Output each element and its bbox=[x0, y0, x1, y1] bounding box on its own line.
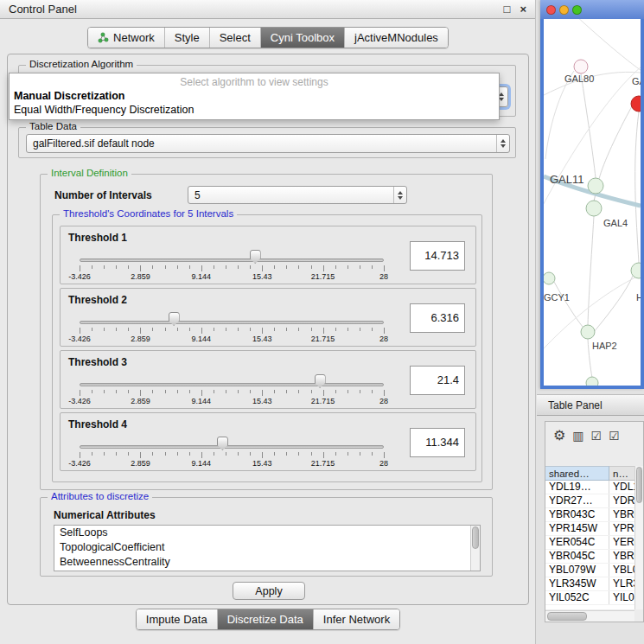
minimize-traffic-light[interactable] bbox=[559, 5, 569, 15]
tick-mark bbox=[214, 390, 214, 393]
close-traffic-light[interactable] bbox=[546, 5, 556, 15]
tick-mark bbox=[201, 328, 202, 334]
combobox-stepper-icon[interactable] bbox=[393, 187, 406, 203]
select-all-check-icon[interactable]: ☑ bbox=[591, 430, 603, 442]
tick-mark bbox=[250, 390, 251, 393]
network-node[interactable] bbox=[544, 272, 555, 284]
tab-cyni-toolbox[interactable]: Cyni Toolbox bbox=[261, 28, 345, 48]
network-node[interactable] bbox=[586, 201, 602, 216]
tick-mark bbox=[177, 390, 178, 393]
threshold-value-field[interactable]: 11.344 bbox=[410, 428, 465, 457]
table-vscroll-thumb[interactable] bbox=[636, 467, 642, 503]
column-header-name[interactable]: n… bbox=[609, 466, 634, 481]
table-browser-window: ⚙▥☑☑ shared… n… YDL19…YDL1YDR27…YDR2YBR0… bbox=[545, 421, 644, 622]
table-hscroll-thumb[interactable] bbox=[547, 612, 587, 621]
tab-impute-data[interactable]: Impute Data bbox=[137, 609, 218, 629]
list-item[interactable]: BetweennessCentrality bbox=[54, 555, 480, 570]
cell-name: YIL0 bbox=[609, 591, 634, 604]
cell-name: YPR1 bbox=[609, 522, 634, 535]
list-item[interactable]: TopologicalCoefficient bbox=[54, 540, 480, 555]
tick-mark bbox=[298, 452, 299, 456]
network-node[interactable] bbox=[574, 60, 588, 73]
tick-mark bbox=[286, 328, 287, 331]
column-header-shared-name[interactable]: shared… bbox=[545, 466, 609, 481]
cell-shared-name: YIL052C bbox=[545, 591, 609, 604]
slider-track[interactable] bbox=[80, 383, 384, 386]
table-panel-title: Table Panel bbox=[548, 399, 603, 411]
table-data-combobox[interactable]: galFiltered.sif default node bbox=[26, 134, 510, 153]
zoom-traffic-light[interactable] bbox=[572, 5, 582, 15]
tab-label: Network bbox=[113, 31, 155, 44]
tab-discretize-data[interactable]: Discretize Data bbox=[218, 609, 314, 629]
threshold-value-field[interactable]: 6.316 bbox=[410, 303, 465, 333]
tick-mark bbox=[262, 452, 263, 458]
settings-gear-icon[interactable]: ⚙ bbox=[553, 429, 565, 443]
tick-mark bbox=[348, 328, 348, 331]
close-window-icon[interactable]: × bbox=[520, 3, 526, 15]
dropdown-option-manual-discretization[interactable]: Manual Discretization bbox=[10, 89, 499, 103]
tick-mark bbox=[92, 328, 92, 331]
interval-definition-group: Interval Definition Number of Intervals … bbox=[40, 174, 493, 490]
table-row[interactable]: YIL052CYIL0 bbox=[545, 591, 634, 605]
table-panel-header[interactable]: Table Panel bbox=[537, 394, 644, 416]
tick-mark bbox=[177, 265, 178, 269]
tick-mark bbox=[298, 328, 299, 331]
list-scrollbar[interactable] bbox=[470, 526, 480, 571]
tick-mark bbox=[116, 390, 117, 393]
network-window-titlebar[interactable] bbox=[540, 0, 644, 19]
table-row[interactable]: YPR145WYPR1 bbox=[545, 522, 634, 536]
table-row[interactable]: YDL19…YDL1 bbox=[545, 481, 634, 494]
tick-mark bbox=[286, 265, 287, 269]
table-row[interactable]: YBR043CYBR0 bbox=[545, 508, 634, 522]
tick-mark bbox=[177, 452, 178, 456]
table-row[interactable]: YBL079WYBL0 bbox=[545, 564, 634, 577]
table-row[interactable]: YER054CYER0 bbox=[545, 536, 634, 550]
network-graph[interactable]: GAL80GAGAL11GAL4GCY1HHAP2 bbox=[544, 19, 641, 386]
network-canvas[interactable]: GAL80GAGAL11GAL4GCY1HHAP2 bbox=[544, 19, 641, 386]
table-vertical-scrollbar[interactable] bbox=[634, 466, 643, 609]
network-node[interactable] bbox=[581, 325, 595, 339]
threshold-value-field[interactable]: 14.713 bbox=[410, 241, 465, 271]
tick-mark bbox=[274, 390, 275, 393]
tick-mark bbox=[323, 452, 324, 458]
apply-button[interactable]: Apply bbox=[233, 582, 305, 600]
tab-select[interactable]: Select bbox=[210, 28, 261, 48]
cell-shared-name: YDR27… bbox=[545, 494, 609, 507]
table-row[interactable]: YLR345WYLR3 bbox=[545, 577, 634, 591]
tick-label: 2.859 bbox=[131, 397, 150, 405]
select-visible-check-icon[interactable]: ☑ bbox=[609, 430, 620, 442]
tick-mark bbox=[262, 265, 263, 271]
tick-mark bbox=[128, 328, 129, 331]
table-row[interactable]: YBR045CYBR0 bbox=[545, 550, 634, 564]
network-node[interactable] bbox=[586, 377, 598, 386]
table-row[interactable]: YDR27…YDR2 bbox=[545, 494, 634, 508]
column-visibility-icon[interactable]: ▥ bbox=[572, 430, 583, 442]
tab-style[interactable]: Style bbox=[165, 28, 210, 48]
list-item[interactable]: SelfLoops bbox=[54, 526, 480, 540]
numerical-attributes-list[interactable]: SelfLoopsTopologicalCoefficientBetweenne… bbox=[54, 525, 481, 571]
tick-mark bbox=[298, 390, 299, 393]
network-view-window: GAL80GAGAL11GAL4GCY1HHAP2 bbox=[540, 0, 644, 389]
tab-jactivemnodules[interactable]: jActiveMNodules bbox=[345, 28, 448, 48]
restore-window-icon[interactable]: □ bbox=[504, 3, 511, 15]
network-node-label: GAL4 bbox=[603, 218, 628, 228]
dropdown-option-equal-width-frequency-discretization[interactable]: Equal Width/Frequency Discretization bbox=[10, 103, 499, 117]
combobox-stepper-icon[interactable] bbox=[496, 135, 509, 152]
table-horizontal-scrollbar[interactable] bbox=[545, 610, 634, 622]
threshold-value-field[interactable]: 21.4 bbox=[410, 366, 465, 395]
network-node[interactable] bbox=[588, 178, 603, 194]
tick-mark bbox=[311, 390, 312, 393]
slider-track[interactable] bbox=[80, 445, 384, 449]
table-data-group: Table Data galFiltered.sif default node bbox=[18, 127, 516, 158]
network-node[interactable] bbox=[631, 96, 641, 112]
num-intervals-combobox[interactable]: 5 bbox=[188, 186, 407, 204]
tab-network[interactable]: Network bbox=[88, 28, 165, 48]
cell-name: YLR3 bbox=[609, 577, 634, 590]
tab-infer-network[interactable]: Infer Network bbox=[314, 609, 399, 629]
list-scrollbar-thumb[interactable] bbox=[472, 526, 479, 549]
slider-track[interactable] bbox=[80, 321, 384, 324]
tab-label: jActiveMNodules bbox=[354, 31, 438, 44]
network-edge bbox=[581, 73, 596, 178]
tick-mark bbox=[372, 390, 373, 393]
slider-track[interactable] bbox=[80, 258, 384, 262]
